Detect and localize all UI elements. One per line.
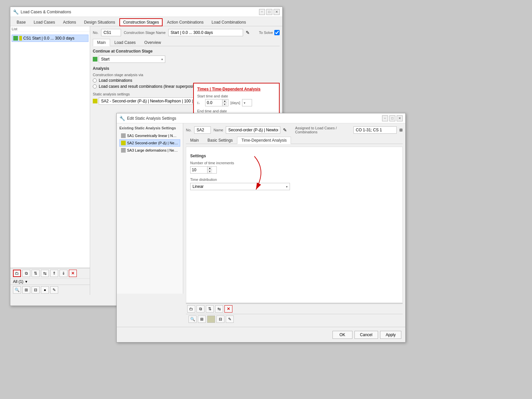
sa-list-item-1[interactable]: SA1 Geometrically linear | Newton-... xyxy=(119,132,180,139)
ts-input[interactable] xyxy=(205,100,222,105)
dialog-filter-btn[interactable]: ⊟ xyxy=(216,316,224,323)
close-button[interactable]: ✕ xyxy=(274,9,280,15)
ts-unit: [days] xyxy=(230,101,240,105)
dialog-sort1-btn[interactable]: ⇅ xyxy=(206,305,214,313)
dialog-sort2-btn[interactable]: ⇆ xyxy=(215,305,223,313)
ts-spinner-btns: ▲ ▾ xyxy=(222,99,227,106)
ok-button[interactable]: OK xyxy=(332,331,352,339)
order2-button[interactable]: ⇓ xyxy=(60,270,67,277)
list-item-label: CS1 Start | 0.0 ... 300.0 days xyxy=(23,36,74,41)
num-incr-up[interactable]: ▲ xyxy=(207,167,212,170)
to-solve-label: To Solve xyxy=(259,31,273,35)
ts-chevron: ▾ xyxy=(244,101,245,105)
sa1-label: SA1 Geometrically linear | Newton-... xyxy=(127,134,179,138)
sub-tab-load-cases[interactable]: Load Cases xyxy=(110,39,140,46)
radio-btn[interactable]: ● xyxy=(41,286,49,294)
tab-design-situations[interactable]: Design Situations xyxy=(80,18,119,26)
name-input[interactable] xyxy=(168,29,243,36)
edit-maximize-button[interactable]: □ xyxy=(389,115,395,121)
dialog-settings-btn[interactable]: ✎ xyxy=(226,316,234,323)
tab-actions[interactable]: Actions xyxy=(59,18,79,26)
continue-at-chevron: ▾ xyxy=(161,58,163,61)
sort2-button[interactable]: ⇆ xyxy=(41,270,49,277)
tab-base[interactable]: Base xyxy=(13,18,29,26)
tab-load-cases[interactable]: Load Cases xyxy=(30,18,59,26)
filter-label: All (1) xyxy=(13,279,23,284)
tab-construction-stages[interactable]: Construction Stages xyxy=(119,18,163,26)
sort1-button[interactable]: ⇅ xyxy=(32,270,40,277)
edit-sub-tab-basic[interactable]: Basic Settings xyxy=(203,137,237,144)
sa2-color xyxy=(121,141,126,145)
num-incr-input[interactable] xyxy=(191,168,207,172)
filter-btn[interactable]: ⊟ xyxy=(32,286,40,294)
start-time-row: tₛ ▲ ▾ [days] ▾ xyxy=(197,99,276,106)
settings-section-title: Settings xyxy=(190,154,398,158)
sub-tab-overview[interactable]: Overview xyxy=(140,39,165,46)
radio-load-combinations: Load combinations xyxy=(93,78,280,83)
copy-button[interactable]: ⧉ xyxy=(22,270,30,277)
sa1-color xyxy=(121,133,126,138)
edit-assigned-icon: ⊞ xyxy=(399,128,403,132)
main-titlebar: 🔧 Load Cases & Combinations − □ ✕ xyxy=(10,7,282,17)
dialog-new-btn[interactable]: 🗀 xyxy=(187,305,195,313)
continue-at-title: Continue at Construction Stage xyxy=(93,49,280,54)
sa-color-box xyxy=(93,99,97,103)
sub-tab-main[interactable]: Main xyxy=(93,39,110,46)
dialog-delete-btn[interactable]: ✕ xyxy=(224,305,232,313)
list-item-cs1[interactable]: CS1 Start | 0.0 ... 300.0 days xyxy=(12,35,88,42)
radio-load-combinations-input[interactable] xyxy=(93,78,97,82)
dialog-color-btn[interactable] xyxy=(207,316,215,323)
ts-up[interactable]: ▲ xyxy=(222,99,227,103)
minimize-button[interactable]: − xyxy=(259,9,265,15)
times-title: Times | Time-Dependent Analysis xyxy=(197,87,276,91)
radio-load-cases-input[interactable] xyxy=(93,84,97,88)
tab-load-combinations[interactable]: Load Combinations xyxy=(208,18,249,26)
dialog-view-btn[interactable]: ⊞ xyxy=(198,316,206,323)
maximize-button[interactable]: □ xyxy=(266,9,272,15)
edit-name-input[interactable] xyxy=(226,126,280,134)
name-label: Construction Stage Name xyxy=(124,31,166,35)
new-item-button[interactable]: 🗀 xyxy=(13,270,21,277)
time-dist-value: Linear xyxy=(193,184,203,189)
to-solve-checkbox[interactable] xyxy=(274,30,280,35)
edit-close-button[interactable]: ✕ xyxy=(397,115,403,121)
dialog-copy-btn[interactable]: ⧉ xyxy=(197,305,204,313)
settings-icon-btn[interactable]: ✎ xyxy=(50,286,58,294)
cancel-button[interactable]: Cancel xyxy=(354,331,378,339)
apply-button[interactable]: Apply xyxy=(380,331,401,339)
order1-button[interactable]: ⇑ xyxy=(50,270,58,277)
search-icon-btn[interactable]: 🔍 xyxy=(13,286,21,294)
sub-tab-bar: Main Load Cases Overview xyxy=(93,39,280,46)
continue-at-dropdown[interactable]: Start ▾ xyxy=(99,56,165,63)
edit-sub-tab-main[interactable]: Main xyxy=(186,137,203,144)
ts-spinner: ▲ ▾ xyxy=(205,99,228,106)
edit-assigned-input[interactable] xyxy=(353,126,397,134)
window-controls: − □ ✕ xyxy=(259,9,280,15)
no-label: No. xyxy=(93,31,98,35)
tab-action-combinations[interactable]: Action Combinations xyxy=(163,18,207,26)
dialog-search-btn[interactable]: 🔍 xyxy=(189,316,197,323)
radio-load-combinations-label: Load combinations xyxy=(99,78,132,83)
edit-name-edit-icon: ✎ xyxy=(283,127,287,133)
ts-dropdown[interactable]: ▾ xyxy=(242,99,252,106)
sa3-label: SA3 Large deformations | Newton-... xyxy=(127,148,179,152)
end-time-label: End time and date xyxy=(197,109,276,113)
ts-down[interactable]: ▾ xyxy=(222,103,227,106)
edit-dialog-title-text: Edit Static Analysis Settings xyxy=(127,116,176,121)
edit-sub-tab-bar: Main Basic Settings Time-Dependent Analy… xyxy=(186,137,403,144)
sa-list-item-3[interactable]: SA3 Large deformations | Newton-... xyxy=(119,147,180,154)
edit-no-input[interactable] xyxy=(194,126,211,134)
num-incr-down[interactable]: ▾ xyxy=(207,170,212,173)
sa-list-item-2[interactable]: SA2 Second-order (P-Δ) | Newton-R... xyxy=(119,139,180,147)
no-input[interactable] xyxy=(101,29,121,36)
edit-sub-tab-time-dependent[interactable]: Time-Dependent Analysis xyxy=(237,137,291,144)
time-dist-dropdown[interactable]: Linear ▾ xyxy=(190,183,290,190)
list-toolbar: 🗀 ⧉ ⇅ ⇆ ⇑ ⇓ ✕ xyxy=(10,268,90,278)
num-incr-label: Number of time increments xyxy=(190,161,398,165)
analysis-via-label: Construction stage analysis via xyxy=(93,73,280,77)
time-dist-chevron: ▾ xyxy=(286,185,288,189)
delete-button[interactable]: ✕ xyxy=(69,270,77,277)
view-btn[interactable]: ⊞ xyxy=(22,286,30,294)
edit-assigned-label: Assigned to Load Cases / Combinations xyxy=(295,126,351,134)
edit-minimize-button[interactable]: − xyxy=(382,115,388,121)
